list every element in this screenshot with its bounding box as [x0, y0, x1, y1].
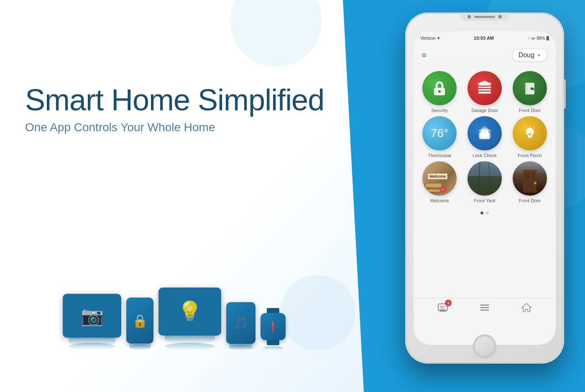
app-item-lock-check[interactable]: Lock Check	[464, 116, 506, 158]
carrier-text: Verizon	[420, 36, 436, 41]
thermostat-temp: 76°	[431, 127, 448, 140]
app-item-front-porch[interactable]: Front Porch	[509, 116, 551, 158]
phone-nav-bar: ≡ Doug ▼	[414, 45, 556, 66]
app-item-garage-door[interactable]: Garage Door	[464, 71, 506, 113]
front-door-cam-label: Front Door	[519, 198, 541, 203]
svg-rect-18	[528, 137, 531, 138]
app-item-welcome[interactable]: Welcome Welcome	[419, 161, 460, 203]
wifi-icon: ▾	[437, 36, 440, 41]
svg-line-23	[525, 127, 526, 127]
welcome-camera: Welcome	[422, 161, 457, 196]
device-camera-tablet: 📷	[63, 294, 121, 350]
svg-rect-33	[525, 172, 530, 179]
svg-rect-34	[531, 172, 535, 179]
tablet-camera: 📷	[63, 294, 121, 338]
svg-text:Welcome: Welcome	[427, 186, 442, 190]
device-lock-phone: 🔒	[126, 298, 153, 350]
app-item-front-door-cam[interactable]: Front Door	[509, 161, 551, 203]
headline-area: Smart Home Simplified One App Controls Y…	[25, 84, 343, 134]
page-dot-2	[486, 211, 489, 214]
welcome-cam-image: Welcome	[422, 161, 457, 196]
tablet-bulb: 💡	[158, 288, 221, 336]
list-icon	[479, 302, 490, 313]
app-item-security[interactable]: Security	[419, 71, 460, 113]
lock-check-icon	[476, 125, 493, 142]
front-door-cam-image	[513, 161, 547, 196]
security-lock-icon	[431, 79, 448, 97]
garage-door-icon	[476, 79, 493, 97]
front-door-circle	[513, 71, 547, 105]
front-door-camera	[513, 161, 547, 196]
hamburger-menu-button[interactable]: ≡	[422, 51, 427, 60]
smartwatch: ❗	[261, 313, 286, 340]
svg-point-1	[438, 90, 441, 93]
app-grid: Security Garage Door	[414, 66, 556, 208]
sensor-dot	[498, 15, 502, 18]
lock-check-circle	[467, 116, 502, 150]
phone-outer-shell: Verizon ▾ 10:03 AM ↑ ⌲ 89% ▓ ≡ Doug ▼	[405, 13, 564, 364]
security-label: Security	[431, 108, 448, 113]
door-scene-svg	[513, 161, 547, 196]
battery-text: 89%	[536, 36, 545, 41]
app-item-front-yard[interactable]: Front Yard	[464, 161, 506, 203]
home-button[interactable]	[473, 334, 496, 357]
home-icon	[521, 302, 532, 313]
chevron-down-icon: ▼	[537, 53, 541, 58]
app-item-front-door[interactable]: Front Door	[509, 71, 551, 113]
thermostat-circle: 76°	[422, 116, 457, 150]
svg-rect-29	[467, 176, 502, 196]
battery-icon: ▓	[546, 36, 549, 40]
user-dropdown[interactable]: Doug ▼	[512, 49, 547, 61]
svg-point-16	[526, 127, 534, 136]
security-circle	[422, 71, 457, 105]
watch-reflection	[263, 346, 283, 350]
tab-bar: 1	[414, 298, 556, 320]
svg-rect-28	[467, 161, 502, 176]
bluetooth-icon: ⌲	[531, 36, 535, 41]
home-tab[interactable]	[521, 302, 532, 316]
device-bulb-tablet: 💡	[158, 288, 221, 350]
camera-icon: 📷	[81, 305, 104, 327]
front-yard-cam-image	[467, 161, 502, 196]
front-porch-bulb-icon	[521, 125, 539, 142]
device-music-phone: 🎵	[226, 302, 255, 350]
messages-badge: 1	[445, 300, 452, 306]
status-bar-left: Verizon ▾	[420, 36, 440, 41]
garage-door-circle	[467, 71, 502, 105]
devices-row: 📷 🔒 💡 🎵 ❗	[63, 288, 286, 350]
list-tab[interactable]	[479, 302, 490, 316]
page-indicator	[414, 208, 556, 218]
status-bar-time: 10:03 AM	[474, 36, 494, 41]
messages-tab[interactable]: 1	[437, 302, 448, 316]
svg-line-22	[534, 127, 534, 127]
svg-marker-42	[522, 303, 531, 312]
front-camera	[467, 15, 471, 18]
svg-rect-9	[531, 89, 534, 90]
yard-scene-svg	[467, 161, 502, 196]
svg-rect-13	[479, 132, 490, 139]
bulb-icon: 💡	[177, 300, 202, 323]
alert-icon: ❗	[267, 321, 279, 333]
thermostat-label: Thermostat	[428, 153, 451, 158]
front-porch-label: Front Porch	[518, 153, 542, 158]
lock-check-label: Lock Check	[473, 153, 496, 158]
svg-rect-10	[525, 83, 527, 94]
page-dot-1	[480, 211, 483, 214]
sub-headline: One App Controls Your Whole Home	[25, 121, 343, 134]
welcome-label: Welcome	[430, 198, 449, 203]
lock-icon: 🔒	[132, 313, 148, 328]
phone-mockup: Verizon ▾ 10:03 AM ↑ ⌲ 89% ▓ ≡ Doug ▼	[405, 13, 572, 376]
front-yard-camera	[467, 161, 502, 196]
app-item-thermostat[interactable]: 76° Thermostat	[419, 116, 460, 158]
front-porch-circle	[513, 116, 547, 150]
welcome-mat-svg: Welcome	[424, 177, 450, 193]
phone-music: 🎵	[226, 302, 255, 344]
status-bar-right: ↑ ⌲ 89% ▓	[528, 36, 549, 41]
front-yard-label: Front Yard	[474, 198, 496, 203]
front-door-lock-icon	[521, 79, 539, 97]
svg-marker-6	[477, 81, 492, 84]
main-headline: Smart Home Simplified	[25, 84, 343, 117]
svg-point-35	[534, 182, 536, 184]
status-bar: Verizon ▾ 10:03 AM ↑ ⌲ 89% ▓	[414, 31, 556, 45]
svg-point-27	[441, 187, 445, 191]
